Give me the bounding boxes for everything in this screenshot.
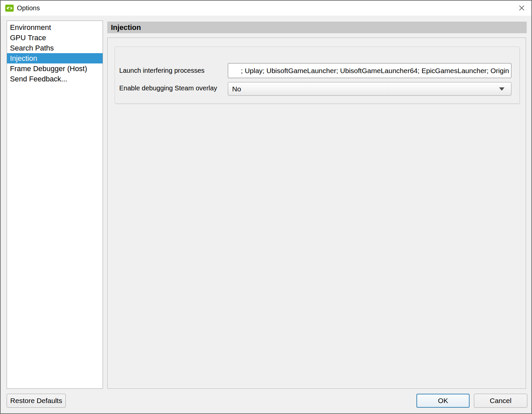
cancel-button[interactable]: Cancel xyxy=(474,394,527,408)
title-bar: Options xyxy=(1,1,531,16)
sidebar-item-injection[interactable]: Injection xyxy=(7,53,103,63)
launch-interfering-processes-input[interactable] xyxy=(228,63,511,78)
page-title: Injection xyxy=(107,22,527,33)
ok-button[interactable]: OK xyxy=(416,394,470,408)
sidebar-item-search-paths[interactable]: Search Paths xyxy=(7,43,103,53)
steam-overlay-label: Enable debugging Steam overlay xyxy=(119,81,217,96)
window-title: Options xyxy=(17,4,40,12)
sidebar-item-send-feedback[interactable]: Send Feedback... xyxy=(7,74,103,84)
restore-defaults-button[interactable]: Restore Defaults xyxy=(7,394,66,408)
steam-overlay-select[interactable]: No xyxy=(228,82,511,96)
sidebar-item-gpu-trace[interactable]: GPU Trace xyxy=(7,33,103,43)
nvidia-logo-icon xyxy=(5,4,14,13)
options-dialog: Options Environment GPU Trace Search Pat… xyxy=(0,0,532,414)
settings-category-list: Environment GPU Trace Search Paths Injec… xyxy=(7,21,103,389)
sidebar-item-environment[interactable]: Environment xyxy=(7,22,103,33)
sidebar-item-frame-debugger-host[interactable]: Frame Debugger (Host) xyxy=(7,63,103,74)
close-icon xyxy=(518,4,525,12)
steam-overlay-selected-value: No xyxy=(232,85,241,93)
launch-interfering-processes-label: Launch interfering processes xyxy=(119,63,205,78)
close-button[interactable] xyxy=(514,2,529,14)
chevron-down-icon xyxy=(499,87,504,91)
